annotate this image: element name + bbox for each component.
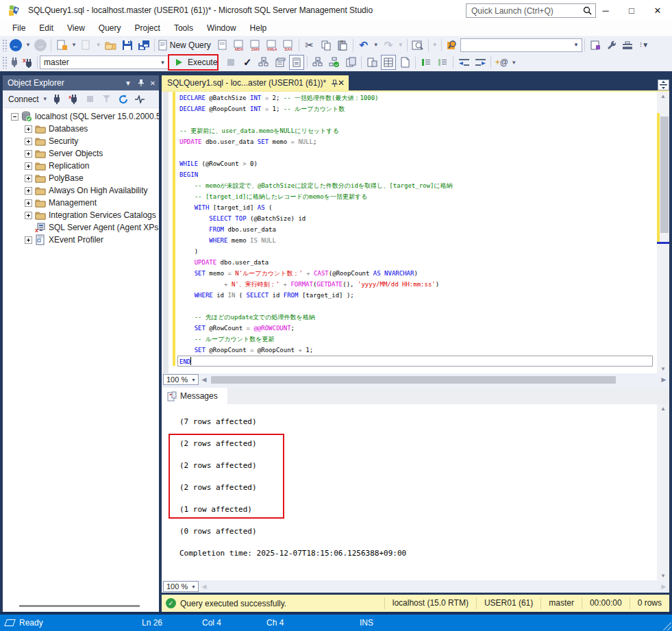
code-line[interactable]: -- [target_id]に格納したレコードのmemoを一括更新する [179, 191, 654, 202]
menu-item-project[interactable]: Project [128, 21, 167, 36]
add-item-button[interactable] [79, 38, 94, 53]
open-file-button[interactable] [103, 38, 119, 53]
messages-scroll-up-icon[interactable]: ▲ [657, 406, 669, 412]
tree-item[interactable]: localhost (SQL Server 15.0.2000.5 [3, 110, 159, 123]
messages-zoom-combobox[interactable]: 100 % ▼ [163, 581, 199, 592]
connect-server-icon[interactable] [50, 92, 65, 107]
cut-button[interactable]: ✂ [302, 38, 317, 53]
client-statistics-button[interactable] [343, 55, 358, 70]
object-explorer-header[interactable]: Object Explorer ▼ ✕ [3, 75, 159, 90]
messages-tab[interactable]: Messages [162, 388, 227, 404]
code-line[interactable]: WHERE id IN ( SELECT id FROM [target_id]… [179, 290, 654, 301]
code-line[interactable]: WHERE memo IS NULL [179, 235, 654, 246]
new-dax-query-button[interactable]: DAX [281, 38, 296, 53]
menu-item-view[interactable]: View [60, 21, 92, 36]
messages-hscroll-right-icon[interactable]: ▶ [658, 583, 669, 590]
code-line[interactable] [179, 114, 654, 125]
expand-icon[interactable] [25, 162, 32, 170]
disconnect-server-icon[interactable]: x [66, 92, 82, 107]
editor-scrollbar-thumb[interactable] [660, 116, 669, 233]
menu-item-file[interactable]: File [5, 21, 32, 36]
pin-icon[interactable] [134, 79, 147, 88]
change-connection-button[interactable]: x [21, 55, 35, 70]
connect-dropdown[interactable]: ▼ [41, 96, 49, 102]
sql-editor[interactable]: DECLARE @BatchSize INT = 2; -- 一括処理件数(最大… [162, 90, 669, 373]
ssms-tools-button[interactable] [410, 38, 425, 53]
tree-item[interactable]: Always On High Availability [3, 184, 159, 197]
hscroll-right-icon[interactable]: ▶ [658, 376, 669, 383]
toolbar-grip2[interactable] [2, 56, 8, 69]
add-item-dropdown[interactable]: ▼ [95, 42, 103, 48]
menu-item-window[interactable]: Window [200, 21, 243, 36]
navigate-backward-dropdown[interactable]: ▼ [24, 42, 32, 48]
new-dmx-query-button[interactable]: DMX [248, 38, 263, 53]
live-query-stats-button[interactable] [327, 55, 342, 70]
redo-dropdown[interactable]: ▼ [397, 42, 405, 48]
new-xmla-query-button[interactable]: XMLA [264, 38, 279, 53]
tree-item[interactable]: PolyBase [3, 172, 159, 184]
messages-pane[interactable]: (7 rows affected)(2 rows affected)(2 row… [162, 404, 669, 580]
menu-item-edit[interactable]: Edit [32, 21, 60, 36]
expand-icon[interactable] [25, 138, 32, 145]
new-query-button[interactable]: New Query [158, 38, 214, 53]
editor-zoom-combobox[interactable]: 100 % ▼ [163, 374, 199, 385]
expand-icon[interactable] [25, 175, 32, 182]
filter-icon[interactable] [99, 92, 114, 107]
execute-button[interactable]: Execute [169, 55, 223, 70]
toolbox-button[interactable] [621, 38, 636, 53]
code-line[interactable] [179, 301, 654, 312]
code-line[interactable]: FROM dbo.user_data [179, 224, 654, 235]
close-button[interactable]: ✕ [645, 0, 671, 21]
code-line[interactable]: END [177, 356, 653, 367]
new-project-button[interactable] [54, 38, 69, 53]
code-line[interactable]: -- 先ほどのupdate文での処理件数を格納 [179, 312, 654, 323]
redo-button[interactable]: ↷ [381, 38, 396, 53]
editor-vertical-scrollbar[interactable]: ▲ ▼ [657, 92, 669, 373]
query-options-button[interactable] [273, 55, 288, 70]
menu-item-tools[interactable]: Tools [167, 21, 200, 36]
code-line[interactable]: + N'、実行時刻：' + FORMAT(GETDATE(), 'yyyy/MM… [179, 279, 654, 290]
undo-button[interactable]: ↶ [356, 38, 371, 53]
messages-hscroll-left-icon[interactable]: ◀ [199, 583, 210, 590]
code-line[interactable]: BEGIN [179, 169, 654, 180]
tree-item[interactable]: Management [3, 197, 159, 209]
tree-item[interactable]: Databases [3, 123, 159, 135]
code-line[interactable]: WHILE (@RowCount > 0) [179, 158, 654, 169]
connect-icon-button[interactable] [8, 55, 21, 70]
expand-icon[interactable] [25, 199, 32, 207]
scroll-down-icon[interactable]: ▼ [657, 366, 669, 372]
menu-item-query[interactable]: Query [92, 21, 128, 36]
results-to-text-button[interactable] [364, 55, 379, 70]
navigate-forward-button[interactable]: → [33, 38, 48, 53]
expand-icon[interactable] [25, 125, 32, 133]
activity-monitor-icon[interactable] [132, 92, 147, 107]
refresh-icon[interactable] [116, 92, 131, 107]
messages-scroll-down-icon[interactable]: ▼ [657, 573, 669, 579]
expand-icon[interactable] [25, 187, 32, 195]
new-mdx-query-button[interactable]: MDX [232, 38, 247, 53]
database-combobox[interactable]: master ▼ [40, 55, 169, 69]
decrease-indent-button[interactable] [456, 55, 471, 70]
uncomment-button[interactable] [435, 55, 450, 70]
maximize-button[interactable]: □ [619, 0, 645, 21]
collapse-icon[interactable] [11, 113, 18, 121]
extra-dropdown[interactable]: ▼ [431, 42, 439, 48]
editor-splitter-grip[interactable] [658, 79, 669, 90]
find-button[interactable] [445, 38, 460, 53]
toolbar-grip[interactable] [2, 39, 8, 51]
tree-item[interactable]: Integration Services Catalogs [3, 209, 159, 221]
expand-icon[interactable] [25, 150, 32, 158]
find-combobox[interactable]: ▼ [460, 38, 582, 52]
messages-vertical-scrollbar[interactable]: ▲ ▼ [657, 404, 669, 580]
scroll-up-icon[interactable]: ▲ [657, 93, 669, 99]
tree-item[interactable]: XEvent Profiler [3, 234, 159, 246]
intellisense-button[interactable] [289, 55, 304, 70]
properties-window-button[interactable] [604, 38, 619, 53]
code-line[interactable]: -- 更新前に、user_data.memoをNULLにリセットする [179, 125, 654, 136]
code-line[interactable]: UPDATE dbo.user_data SET memo = NULL; [179, 136, 654, 147]
window-position-icon[interactable]: ▼ [122, 79, 134, 87]
code-line[interactable]: SET @RoopCount = @RoopCount + 1; [179, 345, 654, 356]
results-to-grid-button[interactable] [381, 55, 396, 70]
connect-button[interactable]: Connect [5, 95, 41, 104]
code-line[interactable]: SELECT TOP (@BatchSize) id [179, 213, 654, 224]
